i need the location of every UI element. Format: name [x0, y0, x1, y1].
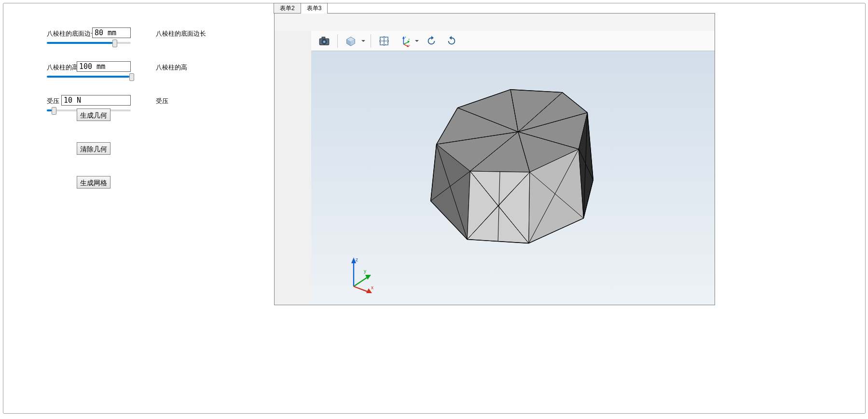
param-edge-slider[interactable]	[47, 38, 131, 48]
svg-marker-15	[449, 36, 452, 40]
rotate-cw-icon[interactable]	[442, 33, 461, 49]
tab-bar: 表单2 表单3	[274, 3, 327, 14]
svg-text:y: y	[408, 38, 410, 41]
param-height-desc: 八棱柱的高	[156, 63, 187, 72]
svg-marker-14	[431, 36, 434, 40]
svg-point-3	[323, 41, 326, 43]
param-pressure-input[interactable]	[61, 95, 131, 106]
axis-z-label: z	[356, 257, 358, 262]
rotate-ccw-icon[interactable]	[422, 33, 441, 49]
param-height-row: 八棱柱的高 八棱柱的高	[47, 60, 259, 88]
render-area[interactable]: z y x	[311, 51, 715, 305]
param-height-slider[interactable]	[47, 72, 131, 81]
form-frame: 表单2 表单3 八棱柱的底面边长 八棱柱的底面边长 八棱柱的高	[3, 3, 866, 414]
viewport-toolbar: z y x	[311, 31, 715, 51]
axis-x-label: x	[371, 285, 373, 290]
axis-orientation-icon[interactable]: z y x	[395, 33, 413, 49]
tab-form3[interactable]: 表单3	[301, 3, 328, 14]
param-edge-row: 八棱柱的底面边长 八棱柱的底面边长	[47, 27, 259, 54]
model-tree-gutter	[275, 31, 311, 305]
svg-line-37	[354, 277, 368, 286]
zoom-extents-icon[interactable]	[375, 33, 393, 49]
generate-geometry-button[interactable]: 生成几何	[77, 108, 110, 121]
param-height-input[interactable]	[77, 61, 131, 72]
viewport-panel: z y x	[274, 13, 715, 305]
view-cube-dropdown[interactable]	[360, 33, 367, 49]
param-edge-input[interactable]	[92, 27, 131, 38]
clear-geometry-button[interactable]: 清除几何	[77, 142, 110, 155]
action-buttons: 生成几何 清除几何 生成网格	[77, 108, 110, 210]
toolbar-separator	[371, 34, 371, 48]
param-pressure-desc: 受压	[156, 97, 168, 106]
axis-orientation-dropdown[interactable]	[413, 33, 420, 49]
svg-text:x: x	[409, 43, 410, 46]
svg-rect-1	[322, 37, 325, 39]
svg-line-39	[354, 286, 369, 292]
svg-marker-8	[408, 41, 410, 43]
axis-y-label: y	[364, 269, 366, 274]
param-height-label: 八棱柱的高	[47, 63, 78, 72]
svg-marker-38	[365, 275, 371, 280]
generate-mesh-button[interactable]: 生成网格	[77, 176, 110, 189]
param-edge-desc: 八棱柱的底面边长	[156, 29, 206, 38]
camera-icon[interactable]	[315, 33, 333, 49]
view-cube-icon[interactable]	[342, 33, 360, 49]
tab-form2[interactable]: 表单2	[274, 3, 301, 14]
axis-triad: z y x	[344, 255, 378, 293]
param-pressure-label: 受压	[47, 97, 59, 106]
param-edge-label: 八棱柱的底面边长	[47, 29, 97, 38]
toolbar-separator	[337, 34, 338, 48]
svg-text:z: z	[405, 35, 406, 38]
